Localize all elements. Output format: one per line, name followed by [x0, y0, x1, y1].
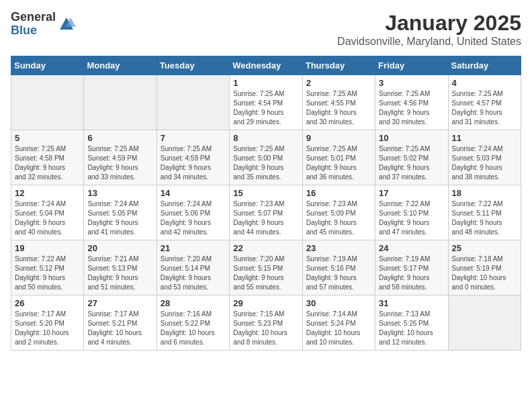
- day-number: 22: [233, 243, 298, 253]
- calendar-day-6: 6Sunrise: 7:25 AM Sunset: 4:59 PM Daylig…: [84, 130, 157, 185]
- calendar-day-2: 2Sunrise: 7:25 AM Sunset: 4:55 PM Daylig…: [302, 75, 375, 130]
- day-number: 28: [161, 298, 226, 308]
- logo-icon: [57, 15, 76, 34]
- day-number: 6: [87, 133, 152, 143]
- day-number: 21: [161, 243, 226, 253]
- calendar-day-14: 14Sunrise: 7:24 AM Sunset: 5:06 PM Dayli…: [157, 185, 229, 240]
- day-info: Sunrise: 7:25 AM Sunset: 4:57 PM Dayligh…: [452, 89, 517, 127]
- weekday-header-monday: Monday: [84, 56, 157, 75]
- day-number: 26: [15, 298, 80, 308]
- calendar-day-30: 30Sunrise: 7:14 AM Sunset: 5:24 PM Dayli…: [302, 295, 375, 351]
- calendar-day-19: 19Sunrise: 7:22 AM Sunset: 5:12 PM Dayli…: [11, 240, 84, 295]
- calendar-empty-cell: [84, 75, 157, 130]
- calendar-day-29: 29Sunrise: 7:15 AM Sunset: 5:23 PM Dayli…: [230, 295, 302, 351]
- day-info: Sunrise: 7:17 AM Sunset: 5:21 PM Dayligh…: [87, 310, 152, 347]
- calendar-day-5: 5Sunrise: 7:25 AM Sunset: 4:58 PM Daylig…: [11, 130, 84, 185]
- calendar-day-12: 12Sunrise: 7:24 AM Sunset: 5:04 PM Dayli…: [11, 185, 84, 240]
- day-info: Sunrise: 7:25 AM Sunset: 5:00 PM Dayligh…: [233, 144, 298, 182]
- calendar-day-11: 11Sunrise: 7:24 AM Sunset: 5:03 PM Dayli…: [448, 130, 521, 185]
- calendar-week-row: 1Sunrise: 7:25 AM Sunset: 4:54 PM Daylig…: [11, 75, 521, 130]
- calendar-week-row: 19Sunrise: 7:22 AM Sunset: 5:12 PM Dayli…: [11, 240, 521, 295]
- day-number: 17: [379, 188, 444, 198]
- logo-blue-text: Blue: [11, 24, 56, 38]
- weekday-header-friday: Friday: [375, 56, 448, 75]
- day-number: 19: [15, 243, 80, 253]
- day-number: 27: [87, 298, 152, 308]
- day-info: Sunrise: 7:25 AM Sunset: 5:02 PM Dayligh…: [379, 144, 444, 182]
- day-number: 25: [452, 243, 517, 253]
- weekday-header-saturday: Saturday: [448, 56, 521, 75]
- day-number: 29: [233, 298, 298, 308]
- logo-general-text: General: [11, 11, 56, 24]
- day-number: 11: [452, 133, 517, 143]
- calendar-day-22: 22Sunrise: 7:20 AM Sunset: 5:15 PM Dayli…: [230, 240, 302, 295]
- calendar-day-3: 3Sunrise: 7:25 AM Sunset: 4:56 PM Daylig…: [375, 75, 448, 130]
- day-info: Sunrise: 7:17 AM Sunset: 5:20 PM Dayligh…: [15, 310, 80, 347]
- day-info: Sunrise: 7:25 AM Sunset: 4:54 PM Dayligh…: [233, 89, 298, 127]
- weekday-header-thursday: Thursday: [302, 56, 375, 75]
- day-number: 12: [15, 188, 80, 198]
- day-info: Sunrise: 7:25 AM Sunset: 5:01 PM Dayligh…: [306, 144, 371, 182]
- day-number: 18: [452, 188, 517, 198]
- day-number: 9: [306, 133, 371, 143]
- calendar-day-9: 9Sunrise: 7:25 AM Sunset: 5:01 PM Daylig…: [302, 130, 375, 185]
- calendar-day-21: 21Sunrise: 7:20 AM Sunset: 5:14 PM Dayli…: [157, 240, 229, 295]
- calendar-day-26: 26Sunrise: 7:17 AM Sunset: 5:20 PM Dayli…: [11, 295, 84, 351]
- day-number: 5: [15, 133, 80, 143]
- day-number: 13: [87, 188, 152, 198]
- day-info: Sunrise: 7:25 AM Sunset: 4:58 PM Dayligh…: [15, 144, 80, 182]
- calendar-day-1: 1Sunrise: 7:25 AM Sunset: 4:54 PM Daylig…: [230, 75, 302, 130]
- calendar-day-13: 13Sunrise: 7:24 AM Sunset: 5:05 PM Dayli…: [84, 185, 157, 240]
- month-title: January 2025: [337, 11, 521, 36]
- calendar-day-4: 4Sunrise: 7:25 AM Sunset: 4:57 PM Daylig…: [448, 75, 521, 130]
- day-info: Sunrise: 7:21 AM Sunset: 5:13 PM Dayligh…: [87, 255, 152, 292]
- day-info: Sunrise: 7:13 AM Sunset: 5:26 PM Dayligh…: [379, 310, 444, 347]
- calendar-day-31: 31Sunrise: 7:13 AM Sunset: 5:26 PM Dayli…: [375, 295, 448, 351]
- calendar-empty-cell: [157, 75, 229, 130]
- day-number: 14: [161, 188, 226, 198]
- calendar-week-row: 12Sunrise: 7:24 AM Sunset: 5:04 PM Dayli…: [11, 185, 521, 240]
- day-info: Sunrise: 7:22 AM Sunset: 5:11 PM Dayligh…: [452, 199, 517, 237]
- day-number: 8: [233, 133, 298, 143]
- calendar-day-15: 15Sunrise: 7:23 AM Sunset: 5:07 PM Dayli…: [230, 185, 302, 240]
- day-info: Sunrise: 7:25 AM Sunset: 4:59 PM Dayligh…: [87, 144, 152, 182]
- calendar-day-8: 8Sunrise: 7:25 AM Sunset: 5:00 PM Daylig…: [230, 130, 302, 185]
- day-info: Sunrise: 7:24 AM Sunset: 5:06 PM Dayligh…: [161, 199, 226, 237]
- day-number: 1: [233, 78, 298, 88]
- day-info: Sunrise: 7:25 AM Sunset: 4:55 PM Dayligh…: [306, 89, 371, 127]
- calendar-day-17: 17Sunrise: 7:22 AM Sunset: 5:10 PM Dayli…: [375, 185, 448, 240]
- day-info: Sunrise: 7:25 AM Sunset: 4:59 PM Dayligh…: [161, 144, 226, 182]
- day-number: 7: [161, 133, 226, 143]
- day-number: 2: [306, 78, 371, 88]
- day-number: 31: [379, 298, 444, 308]
- calendar-day-18: 18Sunrise: 7:22 AM Sunset: 5:11 PM Dayli…: [448, 185, 521, 240]
- day-info: Sunrise: 7:24 AM Sunset: 5:04 PM Dayligh…: [15, 199, 80, 237]
- day-info: Sunrise: 7:15 AM Sunset: 5:23 PM Dayligh…: [233, 310, 298, 347]
- day-number: 20: [87, 243, 152, 253]
- calendar-day-16: 16Sunrise: 7:23 AM Sunset: 5:09 PM Dayli…: [302, 185, 375, 240]
- weekday-header-wednesday: Wednesday: [230, 56, 302, 75]
- day-info: Sunrise: 7:20 AM Sunset: 5:14 PM Dayligh…: [161, 255, 226, 292]
- calendar-day-28: 28Sunrise: 7:16 AM Sunset: 5:22 PM Dayli…: [157, 295, 229, 351]
- title-block: January 2025 Davidsonville, Maryland, Un…: [337, 11, 521, 48]
- day-info: Sunrise: 7:25 AM Sunset: 4:56 PM Dayligh…: [379, 89, 444, 127]
- page-header: General Blue January 2025 Davidsonville,…: [11, 11, 521, 48]
- day-info: Sunrise: 7:24 AM Sunset: 5:03 PM Dayligh…: [452, 144, 517, 182]
- day-info: Sunrise: 7:20 AM Sunset: 5:15 PM Dayligh…: [233, 255, 298, 292]
- calendar-day-24: 24Sunrise: 7:19 AM Sunset: 5:17 PM Dayli…: [375, 240, 448, 295]
- weekday-header-sunday: Sunday: [11, 56, 84, 75]
- calendar-empty-cell: [11, 75, 84, 130]
- day-info: Sunrise: 7:23 AM Sunset: 5:07 PM Dayligh…: [233, 199, 298, 237]
- day-number: 15: [233, 188, 298, 198]
- day-info: Sunrise: 7:16 AM Sunset: 5:22 PM Dayligh…: [161, 310, 226, 347]
- day-number: 4: [452, 78, 517, 88]
- day-number: 16: [306, 188, 371, 198]
- logo: General Blue: [11, 11, 76, 38]
- calendar-week-row: 26Sunrise: 7:17 AM Sunset: 5:20 PM Dayli…: [11, 295, 521, 351]
- weekday-header-row: SundayMondayTuesdayWednesdayThursdayFrid…: [11, 56, 521, 75]
- calendar-day-20: 20Sunrise: 7:21 AM Sunset: 5:13 PM Dayli…: [84, 240, 157, 295]
- day-info: Sunrise: 7:14 AM Sunset: 5:24 PM Dayligh…: [306, 310, 371, 347]
- calendar-day-7: 7Sunrise: 7:25 AM Sunset: 4:59 PM Daylig…: [157, 130, 229, 185]
- calendar-empty-cell: [448, 295, 521, 351]
- day-number: 23: [306, 243, 371, 253]
